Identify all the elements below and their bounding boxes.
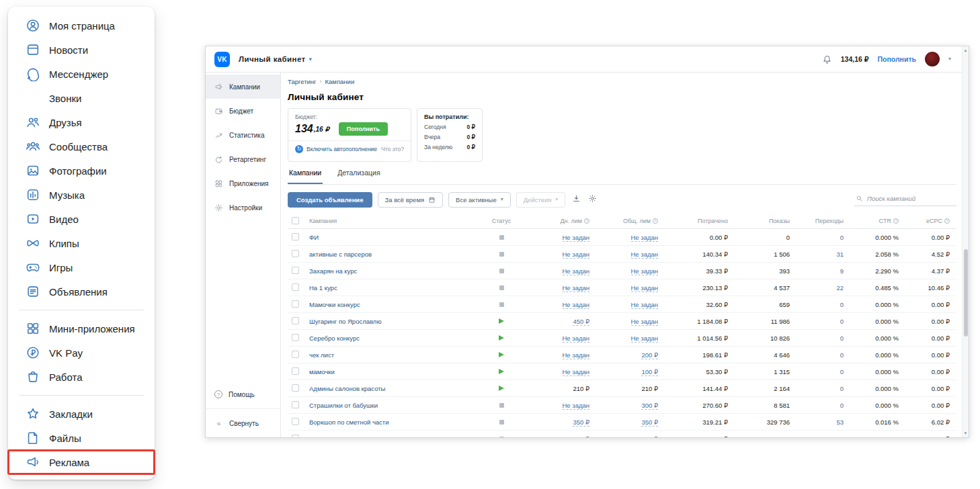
vk-logo[interactable]: VK xyxy=(214,52,230,67)
what-is-it-link[interactable]: Что это? xyxy=(381,146,404,152)
clicks-link[interactable]: 31 xyxy=(836,251,844,258)
nav-item-help[interactable]: Помощь xyxy=(206,382,280,406)
total-limit-value[interactable]: 300 ₽ xyxy=(641,402,658,410)
clicks-link[interactable]: 0 xyxy=(840,234,844,241)
scrollbar-down-arrow-icon[interactable]: ▼ xyxy=(963,431,969,435)
day-limit-value[interactable]: 450 ₽ xyxy=(573,318,589,326)
total-limit-value[interactable]: Не задан xyxy=(631,267,659,275)
select-all-checkbox[interactable] xyxy=(292,217,299,224)
total-limit-value[interactable]: Не задан xyxy=(631,251,659,259)
vk-menu-item-video[interactable]: Видео xyxy=(8,207,155,231)
export-button[interactable] xyxy=(571,194,581,205)
campaign-name-link[interactable]: Страшилки от бабушки xyxy=(309,402,474,409)
nav-item-retarget[interactable]: Ретаргетинг xyxy=(206,147,280,171)
campaign-name-link[interactable]: чек лист xyxy=(309,351,474,359)
row-checkbox[interactable] xyxy=(292,435,299,439)
search-input[interactable] xyxy=(867,195,955,202)
nav-item-megaphone[interactable]: Кампании xyxy=(206,75,280,99)
total-limit-value[interactable]: Не задан xyxy=(631,335,659,343)
clicks-link[interactable]: 9 xyxy=(840,267,844,275)
row-checkbox[interactable] xyxy=(292,334,299,341)
info-icon[interactable] xyxy=(944,218,950,224)
vk-menu-item-communities[interactable]: Сообщества xyxy=(8,134,155,159)
campaign-name-link[interactable]: Захарян на курс xyxy=(309,267,474,275)
info-icon[interactable] xyxy=(653,218,658,224)
tab-campaigns[interactable]: Кампании xyxy=(288,169,323,184)
row-checkbox[interactable] xyxy=(292,401,299,408)
clicks-link[interactable]: 64 xyxy=(836,435,844,439)
vk-menu-item-vkpay[interactable]: VK Pay xyxy=(8,341,155,365)
vk-menu-item-clips[interactable]: Клипы xyxy=(8,231,155,255)
vk-menu-item-megaphone[interactable]: Реклама xyxy=(8,450,155,474)
campaign-name-link[interactable]: На 1 курс xyxy=(309,284,474,292)
row-checkbox[interactable] xyxy=(292,250,299,257)
total-limit-value[interactable]: 350 ₽ xyxy=(641,418,658,427)
clicks-link[interactable]: 0 xyxy=(840,351,844,359)
day-limit-value[interactable]: 350 ₽ xyxy=(573,435,589,439)
window-scrollbar[interactable]: ▲ ▼ xyxy=(962,46,969,437)
campaign-name-link[interactable]: Серебро конкурс xyxy=(309,335,474,342)
row-checkbox[interactable] xyxy=(292,267,299,274)
campaign-name-link[interactable]: Админы салонов красоты xyxy=(309,385,474,392)
day-limit-value[interactable]: Не задан xyxy=(563,284,590,292)
clicks-link[interactable]: 0 xyxy=(840,301,844,308)
row-checkbox[interactable] xyxy=(292,367,299,375)
create-ad-button[interactable]: Создать объявление xyxy=(288,192,372,208)
topup-link[interactable]: Пополнить xyxy=(877,55,916,63)
nav-item-wallet[interactable]: Бюджет xyxy=(206,99,280,123)
status-filter-dropdown[interactable]: Все активные xyxy=(448,192,511,208)
breadcrumb-current[interactable]: Кампании xyxy=(325,78,355,85)
actions-dropdown[interactable]: Действия xyxy=(516,192,566,208)
nav-item-gear[interactable]: Настройки xyxy=(206,195,280,220)
total-limit-value[interactable]: Не задан xyxy=(631,301,659,309)
clicks-link[interactable]: 0 xyxy=(840,318,844,325)
row-checkbox[interactable] xyxy=(292,384,299,392)
campaign-name-link[interactable]: Воркшоп по сметной части xyxy=(309,418,474,426)
vk-menu-item-miniapps[interactable]: Мини-приложения xyxy=(8,316,155,341)
day-limit-value[interactable]: 350 ₽ xyxy=(573,418,589,427)
day-limit-value[interactable]: Не задан xyxy=(563,301,590,309)
clicks-link[interactable]: 0 xyxy=(840,335,844,342)
total-limit-value[interactable]: 200 ₽ xyxy=(641,351,658,359)
row-checkbox[interactable] xyxy=(292,300,299,308)
day-limit-value[interactable]: Не задан xyxy=(563,251,590,259)
row-checkbox[interactable] xyxy=(292,317,299,324)
total-limit-value[interactable]: 350 ₽ xyxy=(641,435,658,439)
vk-menu-item-news[interactable]: Новости xyxy=(8,38,155,62)
vk-menu-item-games[interactable]: Игры xyxy=(8,255,155,279)
cabinet-chevron-down-icon[interactable] xyxy=(309,56,313,62)
campaign-name-link[interactable]: мамочки xyxy=(309,368,474,375)
day-limit-value[interactable]: Не задан xyxy=(563,234,590,242)
scrollbar-up-arrow-icon[interactable]: ▲ xyxy=(963,48,969,52)
scrollbar-thumb[interactable] xyxy=(964,249,968,337)
clicks-link[interactable]: 0 xyxy=(840,402,844,409)
campaign-name-link[interactable]: активные с парсеров xyxy=(309,251,474,258)
account-chevron-down-icon[interactable] xyxy=(948,56,951,62)
campaign-name-link[interactable]: Шугаринг по Ярославлю xyxy=(309,318,474,325)
info-icon[interactable] xyxy=(584,218,589,224)
avatar[interactable] xyxy=(925,52,940,66)
clicks-link[interactable]: 53 xyxy=(836,418,844,426)
campaign-name-link[interactable]: Мамочки конкурс xyxy=(309,301,474,308)
nav-item-miniapps[interactable]: Приложения xyxy=(206,171,280,195)
clicks-link[interactable]: 0 xyxy=(840,385,844,392)
clicks-link[interactable]: 22 xyxy=(836,284,844,292)
vk-menu-item-profile[interactable]: Моя страница xyxy=(8,13,155,38)
tab-details[interactable]: Детализация xyxy=(336,169,381,184)
vk-menu-item-work[interactable]: Работа xyxy=(8,365,155,389)
campaign-name-link[interactable]: ФИ xyxy=(309,234,474,241)
bell-icon[interactable] xyxy=(822,54,832,64)
nav-item-collapse[interactable]: Свернуть xyxy=(206,411,280,435)
info-icon[interactable] xyxy=(893,218,899,224)
vk-menu-item-messenger[interactable]: Мессенджер xyxy=(8,62,155,86)
table-settings-button[interactable] xyxy=(587,194,598,205)
vk-menu-item-friends[interactable]: Друзья xyxy=(8,110,155,134)
breadcrumb-parent[interactable]: Таргетинг xyxy=(288,78,317,85)
nav-item-stats[interactable]: Статистика xyxy=(206,123,280,147)
day-limit-value[interactable]: Не задан xyxy=(563,267,590,275)
total-limit-value[interactable]: Не задан xyxy=(631,234,659,242)
day-limit-value[interactable]: Не задан xyxy=(563,368,590,376)
vk-menu-item-music[interactable]: Музыка xyxy=(8,183,155,207)
autopay-link[interactable]: Включить автопополнение xyxy=(307,146,377,152)
campaign-name-link[interactable]: Мамина школа xyxy=(309,435,474,439)
